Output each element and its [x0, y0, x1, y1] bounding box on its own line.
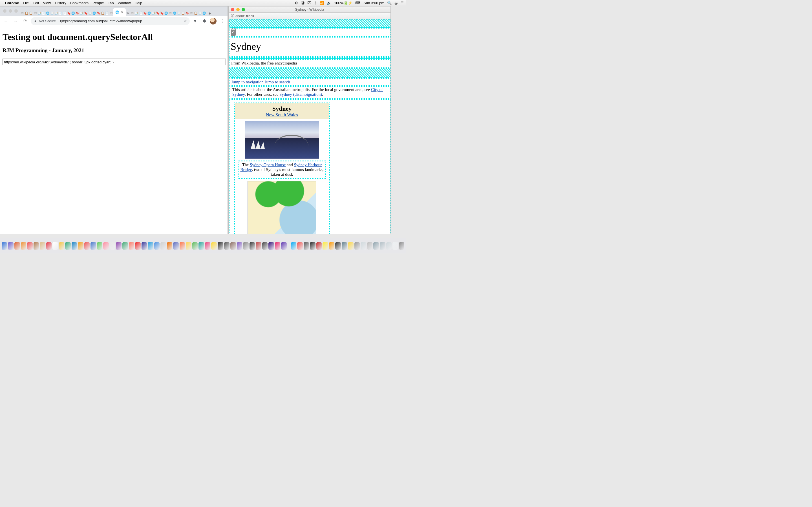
dock-app-icon[interactable] [367, 242, 373, 250]
dock-app-icon[interactable] [211, 242, 217, 250]
background-tab[interactable]: 🌐 [147, 10, 151, 16]
menu-view[interactable]: View [43, 1, 51, 5]
dock-app-icon[interactable] [373, 242, 379, 250]
minimize-window-icon[interactable] [236, 8, 240, 11]
dock-app-icon[interactable] [316, 242, 322, 250]
dock-app-icon[interactable] [262, 242, 268, 250]
menu-edit[interactable]: Edit [33, 1, 39, 5]
site-info-icon[interactable]: ⓘ [231, 13, 234, 18]
dock-app-icon[interactable] [342, 242, 347, 250]
dock-app-icon[interactable] [40, 242, 45, 250]
dock-app-icon[interactable] [399, 242, 405, 250]
dock-app-icon[interactable] [386, 242, 392, 250]
dock-app-icon[interactable] [192, 242, 198, 250]
dock-app-icon[interactable] [250, 242, 255, 250]
dock-app-icon[interactable] [231, 242, 236, 250]
dock-app-icon[interactable] [78, 242, 84, 250]
dock-app-icon[interactable] [186, 242, 192, 250]
battery-status[interactable]: 100% 🔋⚡ [334, 1, 352, 5]
menu-help[interactable]: Help [135, 1, 142, 5]
dock-app-icon[interactable] [322, 242, 328, 250]
background-tab[interactable]: 🔖 [96, 10, 100, 16]
dock-app-icon[interactable] [335, 242, 341, 250]
dock-app-icon[interactable] [354, 242, 360, 250]
background-tab[interactable]: 📑 [151, 10, 155, 16]
dock-app-icon[interactable] [65, 242, 71, 250]
dock-app-icon[interactable] [103, 242, 109, 250]
active-tab[interactable]: 🌐 ✕ [113, 8, 126, 16]
background-tab[interactable]: 📄 [105, 10, 109, 16]
background-tab[interactable]: 🔖 [66, 10, 71, 16]
status-app-icon[interactable]: ⚙︎ [295, 1, 298, 5]
dock-app-icon[interactable] [361, 242, 366, 250]
window-controls[interactable] [231, 8, 245, 11]
background-tab[interactable]: 🔖 [160, 10, 164, 16]
background-tab[interactable]: 📰 [20, 10, 24, 16]
window-controls[interactable] [3, 9, 18, 13]
forward-button[interactable]: → [11, 17, 19, 25]
dock-app-icon[interactable] [256, 242, 261, 250]
dock-app-icon[interactable] [52, 242, 58, 250]
dock-app-icon[interactable] [154, 242, 160, 250]
background-tab[interactable]: 📑 [176, 10, 181, 16]
dock-app-icon[interactable] [297, 242, 303, 250]
query-selector-input[interactable] [3, 59, 226, 65]
infobox-map[interactable] [248, 181, 316, 234]
dock-app-icon[interactable] [380, 242, 386, 250]
jump-to-navigation-link[interactable]: Jump to navigation [231, 80, 264, 84]
safari-address-bar[interactable]: ⓘ about:blank [229, 13, 391, 19]
background-tab[interactable]: 🌐 [71, 10, 75, 16]
spotlight-icon[interactable]: 🔍 [387, 1, 392, 5]
background-tab[interactable]: 📰 [189, 10, 193, 16]
menu-tab[interactable]: Tab [108, 1, 114, 5]
background-tab[interactable]: 🔖 [75, 10, 79, 16]
airplay-icon[interactable]: ⌧ [307, 1, 312, 5]
profile-avatar[interactable] [209, 17, 217, 25]
dock-app-icon[interactable] [173, 242, 179, 250]
background-tab[interactable]: 📋 [24, 10, 29, 16]
reload-button[interactable]: ⟳ [21, 17, 29, 25]
dock-app-icon[interactable] [84, 242, 90, 250]
dock-app-icon[interactable] [110, 242, 115, 250]
background-tab[interactable]: 📄 [62, 10, 66, 16]
dock-app-icon[interactable] [281, 242, 287, 250]
background-tab[interactable]: 📰 [33, 10, 37, 16]
background-tab[interactable]: 📑 [37, 10, 41, 16]
sydney-disambiguation-link[interactable]: Sydney (disambiguation) [280, 92, 322, 97]
background-tab[interactable]: 🔖 [155, 10, 160, 16]
dock-app-icon[interactable] [71, 242, 77, 250]
background-tab[interactable]: 🌐 [92, 10, 96, 16]
background-tab[interactable]: 📰 [109, 10, 113, 16]
extensions-icon[interactable]: ✱ [200, 17, 208, 25]
notification-center-icon[interactable]: ☰ [400, 1, 404, 5]
background-tab[interactable]: 🔖 [185, 10, 189, 16]
background-tab[interactable]: 📄 [41, 10, 45, 16]
dock-app-icon[interactable] [304, 242, 309, 250]
dock-app-icon[interactable] [2, 242, 7, 250]
address-bar[interactable]: ▲ Not Secure | rjmprogramming.com.au/qsa… [31, 17, 190, 25]
dock-app-icon[interactable] [135, 242, 141, 250]
dock-app-icon[interactable] [348, 242, 354, 250]
background-tab[interactable]: 📑 [54, 10, 58, 16]
dock-app-icon[interactable] [14, 242, 20, 250]
dock-app-icon[interactable] [46, 242, 52, 250]
dock-app-icon[interactable] [21, 242, 27, 250]
background-tab[interactable]: 📑 [50, 10, 54, 16]
dock-app-icon[interactable] [59, 242, 64, 250]
dock-app-icon[interactable] [237, 242, 243, 250]
background-tab[interactable]: W [126, 10, 130, 16]
wifi-icon[interactable]: 📶 [319, 1, 324, 5]
dock-app-icon[interactable] [34, 242, 39, 250]
dock-app-icon[interactable] [199, 242, 204, 250]
dock-app-icon[interactable] [275, 242, 281, 250]
dock-app-icon[interactable] [27, 242, 33, 250]
dock-app-icon[interactable] [129, 242, 135, 250]
dock-app-icon[interactable] [142, 242, 147, 250]
background-tab[interactable]: 📋 [100, 10, 105, 16]
dock-app-icon[interactable] [291, 242, 297, 250]
dock-app-icon[interactable] [268, 242, 274, 250]
chrome-menu-icon[interactable]: ⋮ [218, 17, 226, 25]
dock-app-icon[interactable] [224, 242, 230, 250]
background-tab[interactable]: 📋 [181, 10, 185, 16]
dock-app-icon[interactable] [218, 242, 223, 250]
